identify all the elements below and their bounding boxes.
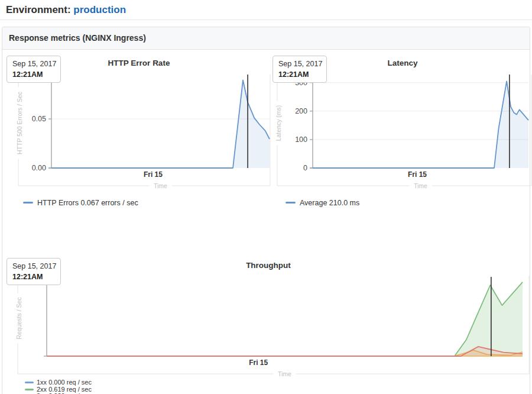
y-axis-label: HTTP 500 Errors / Sec — [16, 92, 23, 154]
series-5xx-line — [47, 347, 523, 356]
legend-label: 2xx 0.619 req / sec — [37, 386, 92, 393]
y-tick-label: 100 — [295, 135, 307, 144]
tooltip-date: Sep 15, 2017 — [278, 60, 321, 68]
environment-label: Environment: — [6, 4, 71, 15]
y-tick-label: 0.00 — [32, 164, 46, 172]
panel-body: HTTP Error Rate HTTP 500 Errors / SecTim… — [2, 50, 530, 394]
series-4xx-line — [47, 350, 523, 356]
x-axis-label: Time — [414, 182, 427, 189]
legend-item: Average 210.0 ms — [286, 199, 359, 207]
x-axis-label: Time — [278, 370, 291, 377]
series-4xx-area — [47, 350, 523, 356]
environment-header: Environment: production — [6, 4, 126, 16]
legend-marker-icon — [25, 389, 34, 390]
legend-label: 1xx 0.000 req / sec — [37, 379, 92, 386]
environment-link[interactable]: production — [73, 4, 126, 15]
http-error-rate-chart: HTTP Error Rate HTTP 500 Errors / SecTim… — [7, 56, 271, 233]
chart-tooltip: Sep 15, 201712:21AM — [273, 56, 327, 83]
x-tick-label: Fri 15 — [408, 170, 427, 179]
legend-label: Average 210.0 ms — [300, 199, 359, 207]
latency-legend: Average 210.0 ms — [286, 199, 359, 208]
tooltip-time: 12:21AM — [12, 273, 55, 281]
tooltip-time: 12:21AM — [12, 70, 55, 79]
x-tick-label: Fri 15 — [249, 359, 268, 367]
header-divider — [0, 20, 532, 20]
latency-chart: Latency Latency (ms)Time0100200300Fri 15… — [273, 56, 532, 233]
series-5xx-area — [47, 347, 523, 356]
http-error-rate-legend: HTTP Errors 0.067 errors / sec — [23, 199, 138, 208]
y-axis-label: Requests / Sec — [15, 297, 22, 339]
y-tick-label: 200 — [295, 107, 307, 115]
throughput-plot[interactable]: Requests / SecTimeFri 15 — [7, 274, 530, 381]
response-metrics-panel: Response metrics (NGINX Ingress) HTTP Er… — [2, 27, 530, 394]
series-2xx-area — [47, 282, 523, 356]
x-tick-label: Fri 15 — [144, 170, 163, 179]
series-HTTP Errors-area — [51, 80, 270, 169]
y-tick-label: 0.05 — [32, 115, 46, 123]
series-2xx-line — [47, 282, 523, 356]
chart-tooltip: Sep 15, 201712:21AM — [7, 258, 61, 285]
latency-plot[interactable]: Latency (ms)Time0100200300Fri 15 — [273, 73, 532, 192]
throughput-legend: 1xx 0.000 req / sec2xx 0.619 req / sec3x… — [25, 379, 92, 394]
tooltip-date: Sep 15, 2017 — [12, 60, 55, 68]
tooltip-date: Sep 15, 2017 — [12, 262, 55, 270]
http-error-rate-plot[interactable]: HTTP 500 Errors / SecTime0.000.05Fri 15 — [7, 73, 271, 192]
series-Average-line — [313, 81, 528, 168]
panel-header: Response metrics (NGINX Ingress) — [2, 27, 530, 50]
tooltip-time: 12:21AM — [278, 70, 321, 79]
y-tick-label: 0 — [303, 164, 307, 172]
legend-label: HTTP Errors 0.067 errors / sec — [37, 199, 138, 207]
chart-title-throughput: Throughput — [7, 261, 530, 270]
y-axis-label: Latency (ms) — [275, 105, 282, 141]
legend-marker-icon — [286, 202, 296, 204]
legend-item: HTTP Errors 0.067 errors / sec — [23, 199, 138, 207]
panel-title: Response metrics (NGINX Ingress) — [9, 33, 146, 43]
legend-marker-icon — [25, 382, 34, 383]
throughput-chart: Throughput Requests / SecTimeFri 15 1xx … — [7, 258, 530, 394]
x-axis-label: Time — [154, 182, 167, 189]
chart-tooltip: Sep 15, 201712:21AM — [7, 56, 61, 83]
legend-marker-icon — [23, 202, 33, 204]
